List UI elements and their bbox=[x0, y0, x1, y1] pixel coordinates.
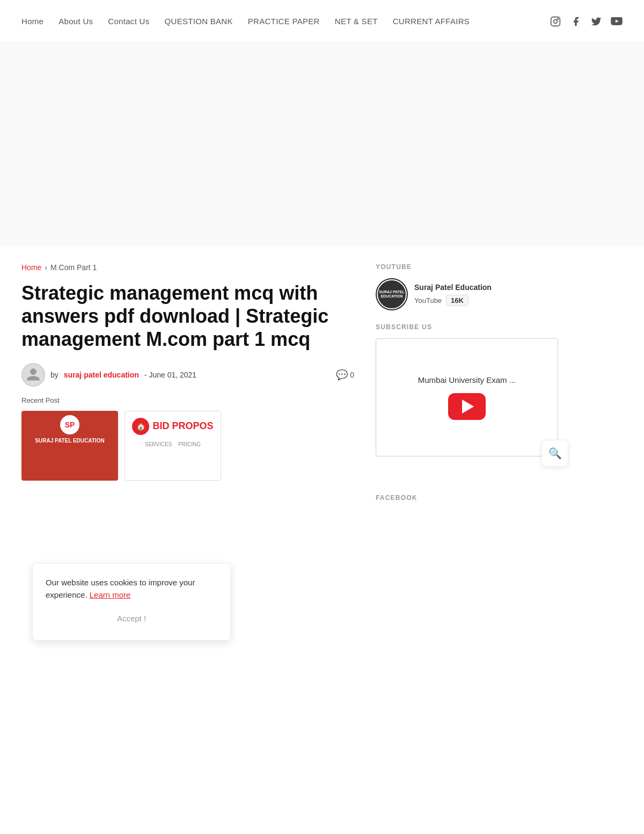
breadcrumb-separator: › bbox=[45, 263, 47, 272]
nav-contact[interactable]: Contact Us bbox=[108, 17, 149, 26]
comment-icon: 💬 bbox=[336, 369, 348, 381]
channel-info: Suraj Patel Education YouTube 16K bbox=[414, 283, 492, 306]
breadcrumb: Home › M.Com Part 1 bbox=[21, 263, 354, 272]
ad-banner bbox=[0, 43, 644, 247]
cookie-banner: Our website uses cookies to improve your… bbox=[32, 563, 231, 641]
svg-point-1 bbox=[554, 19, 558, 23]
subscriber-count: 16K bbox=[446, 295, 469, 306]
subscribe-section-title: SUBSCRIBE US bbox=[376, 323, 558, 331]
facebook-peek: FACEBOOK bbox=[376, 489, 558, 502]
nav-current-affairs[interactable]: CURRENT AFFAIRS bbox=[393, 17, 470, 26]
nav-social bbox=[550, 16, 623, 27]
nav-net-set[interactable]: NET & SET bbox=[335, 17, 378, 26]
nav-practice-paper[interactable]: PRACTICE PAPER bbox=[248, 17, 320, 26]
avatar bbox=[21, 363, 45, 387]
cookie-learn-more[interactable]: Learn more bbox=[90, 590, 131, 599]
youtube-icon[interactable] bbox=[611, 16, 623, 27]
subscribe-section: SUBSCRIBE US Mumbai University Exam ... … bbox=[376, 323, 558, 456]
recent-post-label: Recent Post bbox=[21, 396, 354, 404]
video-box[interactable]: Mumbai University Exam ... 🔍 bbox=[376, 338, 558, 456]
thumbnail-card-1[interactable]: SP SURAJ PATEL EDUCATION bbox=[21, 411, 118, 481]
cookie-text: Our website uses cookies to improve your… bbox=[46, 577, 217, 601]
article-title: Strategic management mcq with answers pd… bbox=[21, 281, 354, 351]
author-by: by bbox=[50, 371, 58, 379]
search-icon: 🔍 bbox=[548, 447, 562, 460]
left-column: Home › M.Com Part 1 Strategic management… bbox=[21, 263, 354, 502]
instagram-icon[interactable] bbox=[550, 16, 561, 27]
youtube-label: YouTube bbox=[414, 296, 442, 304]
nav-question-bank[interactable]: QUESTION BANK bbox=[165, 17, 233, 26]
channel-avatar-inner: SURAJ PATEL EDUCATION bbox=[377, 279, 407, 309]
channel-name: Suraj Patel Education bbox=[414, 283, 492, 292]
cookie-accept-button[interactable]: Accept ! bbox=[46, 610, 217, 627]
nav-home[interactable]: Home bbox=[21, 17, 43, 26]
nav-about[interactable]: About Us bbox=[58, 17, 93, 26]
svg-point-2 bbox=[558, 18, 559, 19]
right-sidebar: YOUTUBE SURAJ PATEL EDUCATION Suraj Pate… bbox=[376, 263, 558, 502]
author-date: - June 01, 2021 bbox=[144, 371, 196, 379]
author-name[interactable]: suraj patel education bbox=[64, 371, 139, 379]
breadcrumb-current: M.Com Part 1 bbox=[50, 263, 97, 272]
channel-avatar: SURAJ PATEL EDUCATION bbox=[376, 278, 408, 310]
main-content: Home › M.Com Part 1 Strategic management… bbox=[0, 247, 644, 502]
breadcrumb-home[interactable]: Home bbox=[21, 263, 41, 272]
subscriber-row: YouTube 16K bbox=[414, 295, 492, 306]
author-row: by suraj patel education - June 01, 2021… bbox=[21, 363, 354, 387]
avatar-icon bbox=[26, 367, 41, 382]
navigation: Home About Us Contact Us QUESTION BANK P… bbox=[0, 0, 644, 43]
comment-count: 0 bbox=[350, 371, 354, 379]
search-button[interactable]: 🔍 bbox=[541, 440, 568, 467]
twitter-icon[interactable] bbox=[590, 16, 602, 27]
author-info: by suraj patel education - June 01, 2021 bbox=[21, 363, 196, 387]
video-title: Mumbai University Exam ... bbox=[418, 375, 516, 385]
svg-rect-0 bbox=[551, 17, 560, 26]
facebook-section-title: FACEBOOK bbox=[376, 494, 558, 502]
nav-links: Home About Us Contact Us QUESTION BANK P… bbox=[21, 17, 550, 26]
youtube-section-title: YOUTUBE bbox=[376, 263, 558, 271]
comment-badge[interactable]: 💬 0 bbox=[336, 369, 354, 381]
play-button[interactable] bbox=[448, 393, 486, 420]
youtube-card: SURAJ PATEL EDUCATION Suraj Patel Educat… bbox=[376, 278, 558, 310]
thumbnail-card-2[interactable]: 🏠 BID PROPOS SERVICES PRICING bbox=[125, 411, 221, 481]
facebook-icon[interactable] bbox=[570, 16, 582, 27]
thumbnail-cards: SP SURAJ PATEL EDUCATION 🏠 BID PROPOS SE… bbox=[21, 411, 354, 481]
